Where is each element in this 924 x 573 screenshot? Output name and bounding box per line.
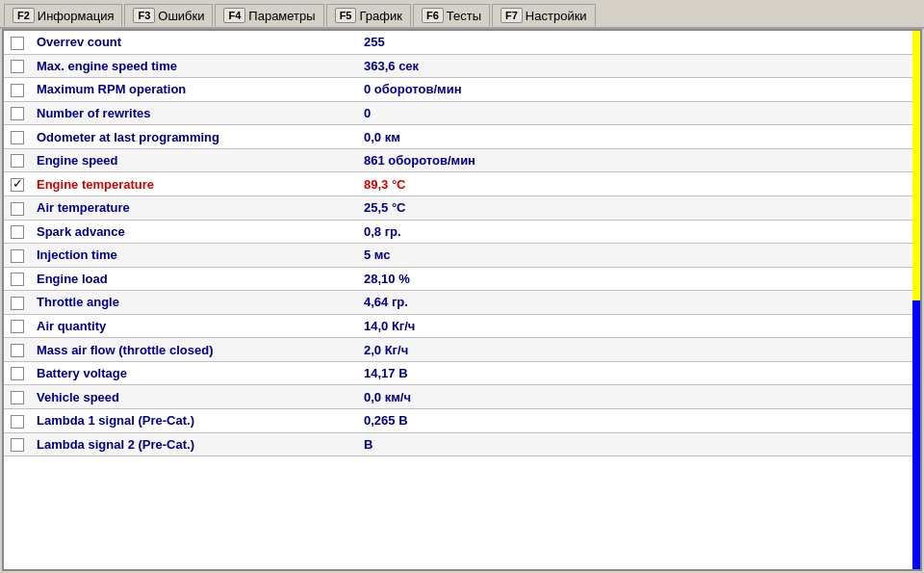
- table-row: Vehicle speed0,0 км/ч: [4, 385, 912, 409]
- key-badge-f3: F3: [133, 8, 155, 23]
- checkbox-cell-6[interactable]: [4, 148, 31, 172]
- param-name-18: Lambda signal 2 (Pre-Cat.): [31, 432, 358, 456]
- param-name-7: Engine temperature: [31, 172, 358, 196]
- checkbox-9[interactable]: [11, 225, 24, 239]
- param-value-2: 363,6 сек: [358, 54, 912, 78]
- menu-tab-f7[interactable]: F7Настройки: [492, 4, 596, 27]
- checkbox-2[interactable]: [11, 60, 24, 73]
- checkbox-cell-3[interactable]: [4, 78, 31, 102]
- checkbox-7[interactable]: [11, 178, 24, 192]
- param-value-10: 5 мс: [358, 244, 912, 268]
- checkbox-3[interactable]: [11, 84, 24, 97]
- checkbox-cell-4[interactable]: [4, 101, 31, 125]
- checkbox-17[interactable]: [11, 415, 24, 429]
- checkbox-cell-7[interactable]: [4, 172, 31, 196]
- param-value-9: 0,8 гр.: [358, 220, 912, 244]
- checkbox-11[interactable]: [11, 273, 24, 286]
- param-name-15: Battery voltage: [31, 361, 358, 385]
- param-value-16: 0,0 км/ч: [358, 385, 912, 409]
- param-name-17: Lambda 1 signal (Pre-Cat.): [31, 409, 358, 433]
- param-value-12: 4,64 гр.: [358, 291, 912, 315]
- checkbox-6[interactable]: [11, 154, 24, 168]
- checkbox-cell-16[interactable]: [4, 385, 31, 409]
- checkbox-14[interactable]: [11, 344, 24, 357]
- param-name-5: Odometer at last programming: [31, 125, 358, 149]
- checkbox-12[interactable]: [11, 297, 24, 310]
- checkbox-cell-18[interactable]: [4, 432, 31, 456]
- checkbox-10[interactable]: [11, 249, 24, 263]
- checkbox-cell-14[interactable]: [4, 338, 31, 362]
- param-name-13: Air quantity: [31, 314, 358, 338]
- param-value-8: 25,5 °C: [358, 195, 912, 220]
- param-value-7: 89,3 °C: [358, 172, 912, 196]
- checkbox-cell-2[interactable]: [4, 54, 31, 78]
- checkbox-18[interactable]: [11, 438, 24, 452]
- table-row: Maximum RPM operation0 оборотов/мин: [4, 78, 912, 102]
- checkbox-15[interactable]: [11, 367, 24, 380]
- param-name-10: Injection time: [31, 244, 358, 268]
- table-row: Mass air flow (throttle closed)2,0 Кг/ч: [4, 338, 912, 362]
- tab-label-f6: Тесты: [447, 9, 481, 23]
- key-badge-f6: F6: [422, 8, 444, 23]
- table-row: Overrev count255: [4, 31, 912, 54]
- checkbox-cell-10[interactable]: [4, 244, 31, 268]
- key-badge-f4: F4: [223, 8, 245, 23]
- tab-label-f7: Настройки: [526, 9, 587, 23]
- table-row: Max. engine speed time363,6 сек: [4, 54, 912, 78]
- menu-tab-f5[interactable]: F5График: [326, 4, 411, 27]
- checkbox-cell-8[interactable]: [4, 195, 31, 220]
- checkbox-cell-17[interactable]: [4, 409, 31, 433]
- param-value-13: 14,0 Кг/ч: [358, 314, 912, 338]
- checkbox-cell-1[interactable]: [4, 31, 31, 54]
- table-row: Throttle angle4,64 гр.: [4, 291, 912, 315]
- checkbox-cell-11[interactable]: [4, 267, 31, 291]
- param-value-18: В: [358, 432, 912, 456]
- param-name-8: Air temperature: [31, 195, 358, 220]
- menu-tab-f3[interactable]: F3Ошибки: [124, 4, 213, 27]
- param-name-11: Engine load: [31, 267, 358, 291]
- checkbox-cell-12[interactable]: [4, 291, 31, 315]
- checkbox-cell-13[interactable]: [4, 314, 31, 338]
- app-container: F2ИнформацияF3ОшибкиF4ПараметрыF5ГрафикF…: [0, 0, 924, 571]
- table-row: Lambda signal 2 (Pre-Cat.) В: [4, 432, 912, 456]
- tab-label-f3: Ошибки: [158, 9, 204, 23]
- checkbox-cell-9[interactable]: [4, 220, 31, 244]
- checkbox-cell-5[interactable]: [4, 125, 31, 149]
- menu-tab-f4[interactable]: F4Параметры: [215, 4, 323, 27]
- key-badge-f5: F5: [335, 8, 357, 23]
- param-value-6: 861 оборотов/мин: [358, 148, 912, 172]
- menu-tab-f6[interactable]: F6Тесты: [413, 4, 490, 27]
- param-value-5: 0,0 км: [358, 125, 912, 149]
- checkbox-8[interactable]: [11, 202, 24, 216]
- param-name-3: Maximum RPM operation: [31, 78, 358, 102]
- main-content: Overrev count255Max. engine speed time36…: [2, 29, 922, 571]
- param-value-1: 255: [358, 31, 912, 54]
- table-row: Odometer at last programming0,0 км: [4, 125, 912, 149]
- checkbox-16[interactable]: [11, 391, 24, 404]
- params-table-area[interactable]: Overrev count255Max. engine speed time36…: [4, 31, 912, 569]
- bar-yellow: [912, 31, 920, 300]
- params-table: Overrev count255Max. engine speed time36…: [4, 31, 912, 456]
- checkbox-13[interactable]: [11, 320, 24, 333]
- tab-label-f4: Параметры: [248, 9, 315, 23]
- table-row: Battery voltage14,17 В: [4, 361, 912, 385]
- checkbox-cell-15[interactable]: [4, 361, 31, 385]
- tab-label-f2: Информация: [38, 9, 115, 23]
- param-value-15: 14,17 В: [358, 361, 912, 385]
- checkbox-5[interactable]: [11, 131, 24, 144]
- tab-label-f5: График: [359, 9, 401, 23]
- key-badge-f7: F7: [500, 8, 523, 23]
- table-row: Injection time5 мс: [4, 244, 912, 268]
- param-name-4: Number of rewrites: [31, 101, 358, 125]
- checkbox-4[interactable]: [11, 107, 24, 120]
- menu-tab-f2[interactable]: F2Информация: [4, 4, 122, 27]
- checkbox-1[interactable]: [11, 37, 24, 50]
- param-name-6: Engine speed: [31, 148, 358, 172]
- table-row: Engine load28,10 %: [4, 267, 912, 291]
- table-row: Spark advance0,8 гр.: [4, 220, 912, 244]
- param-value-4: 0: [358, 101, 912, 125]
- key-badge-f2: F2: [13, 8, 35, 23]
- param-value-11: 28,10 %: [358, 267, 912, 291]
- table-row: Lambda 1 signal (Pre-Cat.)0,265 В: [4, 409, 912, 433]
- table-row: Number of rewrites0: [4, 101, 912, 125]
